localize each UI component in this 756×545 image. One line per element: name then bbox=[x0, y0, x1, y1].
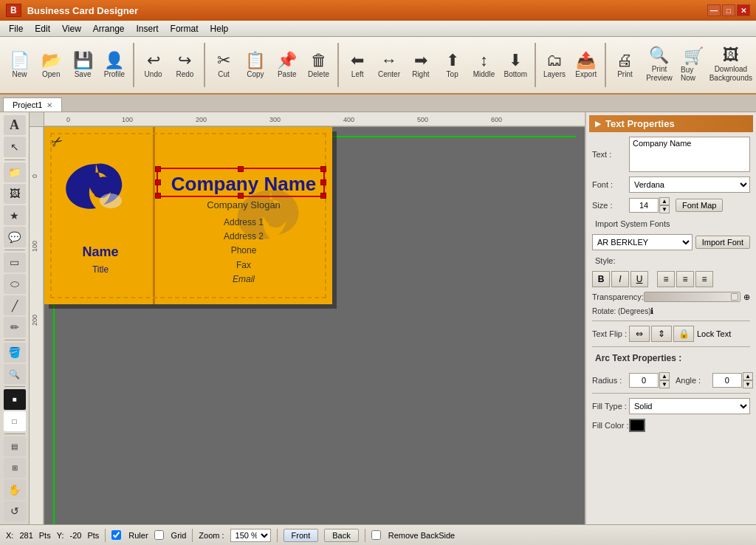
card-email[interactable]: Email bbox=[233, 274, 255, 284]
menu-arrange[interactable]: Arrange bbox=[87, 22, 131, 35]
align-center-button[interactable]: ≡ bbox=[676, 271, 694, 287]
undo-button[interactable]: ↩ Undo bbox=[138, 40, 168, 90]
print-button[interactable]: 🖨 Print bbox=[610, 40, 640, 90]
export-button[interactable]: 📤 Export bbox=[571, 40, 601, 90]
card-person-title[interactable]: Title bbox=[52, 264, 149, 275]
align-right-button[interactable]: ≡ bbox=[695, 271, 713, 287]
card-person-name[interactable]: Name bbox=[52, 244, 149, 260]
transparency-slider[interactable] bbox=[644, 292, 740, 302]
fill-color-picker[interactable] bbox=[629, 419, 645, 432]
lock-rotation-button[interactable]: 🔒 bbox=[673, 326, 694, 342]
radius-input[interactable] bbox=[629, 373, 659, 388]
star-tool[interactable]: ★ bbox=[4, 205, 26, 225]
menu-edit[interactable]: Edit bbox=[29, 22, 56, 35]
size-up-button[interactable]: ▲ bbox=[659, 197, 670, 205]
layers-icon: 🗂 bbox=[546, 52, 563, 69]
card-logo[interactable] bbox=[52, 149, 140, 223]
cut-button[interactable]: ✂ Cut bbox=[209, 40, 239, 90]
print-preview-button[interactable]: 🔍 Print Preview bbox=[642, 40, 677, 90]
copy-button[interactable]: 📋 Copy bbox=[240, 40, 270, 90]
card-company-name[interactable]: Company Name bbox=[158, 173, 329, 196]
flip-horizontal-button[interactable]: ⇔ bbox=[629, 326, 650, 342]
size-down-button[interactable]: ▼ bbox=[659, 205, 670, 213]
business-card[interactable]: ✂ Name Title bbox=[44, 127, 332, 304]
menu-help[interactable]: Help bbox=[205, 22, 235, 35]
delete-button[interactable]: 🗑 Delete bbox=[303, 40, 334, 90]
menu-insert[interactable]: Insert bbox=[131, 22, 165, 35]
canvas-area[interactable]: 0 100 200 300 400 500 600 0 100 200 bbox=[30, 112, 585, 524]
size-input[interactable] bbox=[629, 198, 659, 213]
angle-down-button[interactable]: ▼ bbox=[743, 380, 753, 388]
barcode-tool[interactable]: ▤ bbox=[4, 436, 26, 456]
ellipse-tool[interactable]: ⬭ bbox=[4, 274, 26, 294]
card-fax[interactable]: Fax bbox=[236, 260, 251, 270]
radius-up-button[interactable]: ▲ bbox=[659, 372, 670, 380]
text-tool[interactable]: A bbox=[4, 115, 26, 135]
angle-input[interactable] bbox=[712, 373, 742, 388]
rectangle-tool[interactable]: ▭ bbox=[4, 253, 26, 272]
pan-tool[interactable]: ✋ bbox=[4, 479, 26, 499]
menu-file[interactable]: File bbox=[3, 22, 29, 35]
italic-button[interactable]: I bbox=[611, 271, 629, 287]
font-select[interactable]: Verdana Arial Times New Roman bbox=[629, 176, 750, 193]
minimize-button[interactable]: — bbox=[707, 4, 721, 16]
right-button[interactable]: ➡ Right bbox=[405, 40, 436, 90]
grid-checkbox[interactable] bbox=[154, 530, 164, 540]
menu-format[interactable]: Format bbox=[165, 22, 205, 35]
card-slogan[interactable]: Company Slogan bbox=[158, 199, 329, 210]
zoom-select[interactable]: 150 % 100 % 75 % 50 % 200 % bbox=[230, 529, 271, 542]
speech-tool[interactable]: 💬 bbox=[4, 227, 26, 247]
ruler-checkbox[interactable] bbox=[111, 530, 121, 540]
rotate-tool[interactable]: ↺ bbox=[4, 501, 26, 521]
canvas-content[interactable]: ✂ Name Title bbox=[44, 127, 585, 524]
system-font-select[interactable]: AR BERKLEY Arial bbox=[592, 234, 693, 250]
profile-button[interactable]: 👤 Profile bbox=[99, 40, 129, 90]
download-backgrounds-button[interactable]: 🖼 Download Backgrounds bbox=[710, 40, 752, 90]
bottom-button[interactable]: ⬇ Bottom bbox=[501, 40, 531, 90]
import-font-button[interactable]: Import Font bbox=[695, 236, 750, 249]
fill-type-select[interactable]: Solid Gradient None bbox=[629, 398, 750, 414]
align-left-button[interactable]: ≡ bbox=[657, 271, 675, 287]
qrcode-tool[interactable]: ⊞ bbox=[4, 458, 26, 478]
pen-tool[interactable]: ✏ bbox=[4, 317, 26, 337]
underline-button[interactable]: U bbox=[630, 271, 648, 287]
line-tool[interactable]: ╱ bbox=[4, 295, 26, 315]
menu-view[interactable]: View bbox=[56, 22, 87, 35]
text-input[interactable]: Company Name bbox=[629, 137, 750, 172]
card-address2[interactable]: Address 2 bbox=[224, 231, 264, 241]
angle-up-button[interactable]: ▲ bbox=[743, 372, 753, 380]
radius-down-button[interactable]: ▼ bbox=[659, 380, 670, 388]
tab-close-icon[interactable]: ✕ bbox=[47, 101, 52, 109]
left-button[interactable]: ⬅ Left bbox=[343, 40, 373, 90]
open-file-tool[interactable]: 📁 bbox=[4, 162, 26, 182]
middle-button[interactable]: ↕ Middle bbox=[469, 40, 499, 90]
maximize-button[interactable]: □ bbox=[722, 4, 735, 16]
center-button[interactable]: ↔ Center bbox=[374, 40, 405, 90]
save-button[interactable]: 💾 Save bbox=[68, 40, 98, 90]
color-foreground[interactable]: ■ bbox=[4, 389, 26, 409]
new-button[interactable]: 📄 New bbox=[4, 40, 35, 90]
image-tool[interactable]: 🖼 bbox=[4, 184, 26, 204]
rotate-info-icon[interactable]: ℹ bbox=[650, 306, 653, 316]
paste-button[interactable]: 📌 Paste bbox=[272, 40, 302, 90]
bold-button[interactable]: B bbox=[592, 271, 610, 287]
font-map-button[interactable]: Font Map bbox=[676, 199, 723, 212]
close-button[interactable]: ✕ bbox=[737, 4, 750, 16]
color-background[interactable]: □ bbox=[4, 411, 26, 431]
fill-tool[interactable]: 🪣 bbox=[4, 343, 26, 363]
front-button[interactable]: Front bbox=[284, 529, 319, 542]
back-button[interactable]: Back bbox=[324, 529, 358, 542]
top-button[interactable]: ⬆ Top bbox=[437, 40, 467, 90]
card-address1[interactable]: Address 1 bbox=[224, 217, 264, 227]
card-phone[interactable]: Phone bbox=[231, 245, 257, 256]
select-tool[interactable]: ↖ bbox=[4, 137, 26, 157]
layers-button[interactable]: 🗂 Layers bbox=[540, 40, 570, 90]
panel-arrow-icon: ▶ bbox=[595, 120, 601, 128]
flip-vertical-button[interactable]: ⇕ bbox=[651, 326, 672, 342]
zoom-tool[interactable]: 🔍 bbox=[4, 364, 26, 384]
tab-project1[interactable]: Project1 ✕ bbox=[3, 97, 62, 112]
buy-now-button[interactable]: 🛒 Buy Now bbox=[678, 40, 709, 90]
open-button[interactable]: 📂 Open bbox=[36, 40, 66, 90]
redo-button[interactable]: ↪ Redo bbox=[170, 40, 200, 90]
remove-backside-checkbox[interactable] bbox=[371, 530, 381, 540]
